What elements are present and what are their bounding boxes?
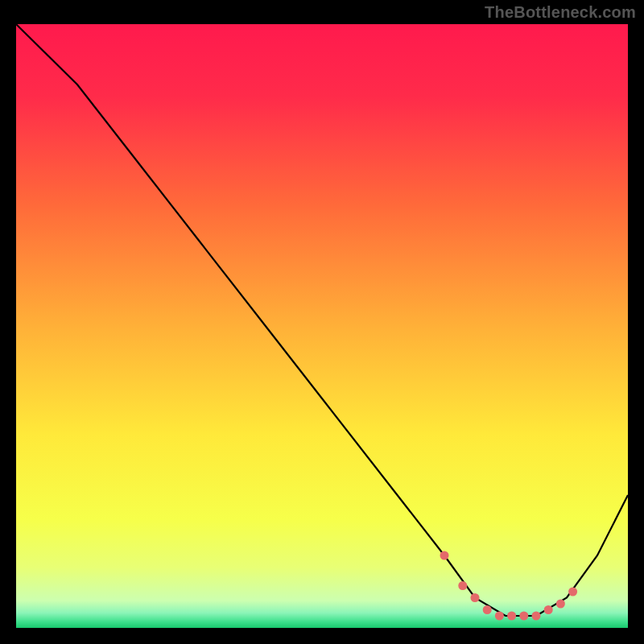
marker-dot xyxy=(440,551,449,560)
marker-dot xyxy=(495,612,504,621)
marker-dot xyxy=(483,605,492,614)
marker-dot xyxy=(544,605,553,614)
marker-dot xyxy=(532,612,541,621)
marker-dot xyxy=(556,600,565,609)
marker-dot xyxy=(519,612,528,621)
marker-dot xyxy=(507,612,516,621)
plot-background xyxy=(16,24,628,628)
marker-dot xyxy=(568,588,577,597)
marker-dot xyxy=(458,581,467,590)
chart-canvas xyxy=(0,0,644,644)
marker-dot xyxy=(471,593,480,602)
chart-frame: TheBottleneck.com xyxy=(0,0,644,644)
